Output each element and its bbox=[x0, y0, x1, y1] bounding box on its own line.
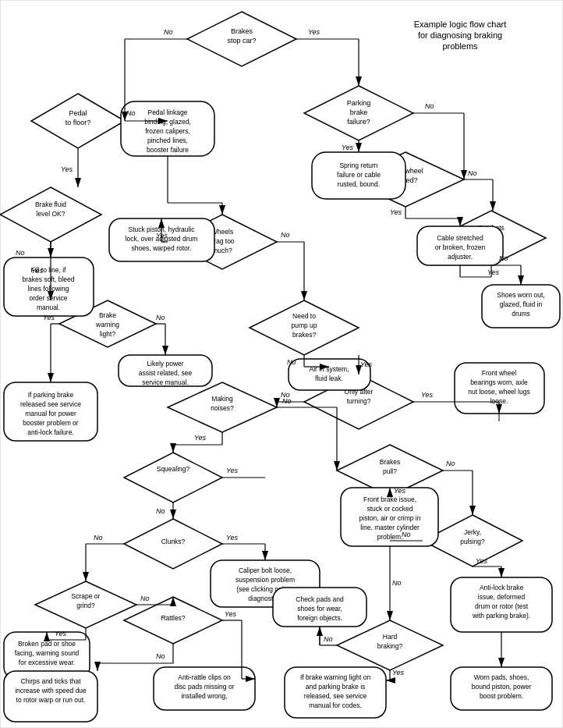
parking-brake-failure-label: Parking bbox=[347, 99, 371, 107]
yes-label-wheelsdrag: Yes bbox=[156, 232, 168, 240]
yes-label-needpump: Yes bbox=[360, 360, 373, 368]
pedal-linkage-text3: frozen calipers, bbox=[145, 127, 190, 135]
making-noises-label: Making bbox=[211, 395, 233, 403]
no-label-scrape: No bbox=[140, 595, 150, 602]
front-brake-issue-text5: problem. bbox=[377, 533, 402, 541]
anti-lock-text1: Anti-lock brake bbox=[480, 584, 523, 591]
yes-label-onlyafter: Yes bbox=[421, 391, 434, 399]
anti-rattle-text2: disc pads missing or bbox=[174, 683, 234, 691]
worn-pads-text3: boost problem. bbox=[480, 692, 523, 700]
brakes-stop-car-label2: stop car? bbox=[227, 37, 256, 44]
chirps-ticks-text2: increase with speed due bbox=[15, 687, 87, 694]
rattles-label: Rattles? bbox=[161, 614, 185, 622]
broken-pad-text2: facing, warning sound bbox=[15, 649, 80, 657]
hard-braking-label2: braking? bbox=[377, 642, 403, 650]
need-pump-brakes-label3: brakes? bbox=[292, 331, 317, 339]
yes-label-hardbraking: Yes bbox=[392, 669, 405, 677]
clunks-label: Clunks? bbox=[161, 538, 186, 545]
fill-to-line-text4: order service bbox=[29, 294, 67, 302]
cable-stretched-text2: or broken, frozen bbox=[435, 243, 486, 251]
title: Example logic flow chart bbox=[414, 20, 507, 29]
worn-pads-text1: Worn pads, shoes, bbox=[474, 673, 529, 681]
hard-braking-label: Hard bbox=[383, 633, 398, 641]
brake-warning-light-label3: light? bbox=[100, 330, 116, 338]
front-brake-issue-text2: stuck or cocked bbox=[366, 505, 413, 513]
brakes-stop-car-label: Brakes bbox=[231, 27, 253, 35]
broken-pad-text3: for excessive wear. bbox=[19, 659, 75, 666]
if-parking-brake-text2: released see service bbox=[20, 400, 81, 408]
check-pads-text2: shoes for wear, bbox=[297, 605, 342, 613]
caliper-bolt-text2: suspension problem bbox=[235, 576, 295, 584]
yes-label-bwl: Yes bbox=[43, 314, 55, 321]
shoes-worn-text1: Shoes worn out, bbox=[497, 291, 544, 299]
yes-label-makingnoises: Yes bbox=[194, 434, 207, 442]
stuck-piston-text3: shoes, warped rotor. bbox=[131, 244, 191, 252]
brake-fluid-label: Brake fluid bbox=[35, 201, 66, 208]
no-label-squealing: No bbox=[156, 507, 165, 515]
squealing-label: Squealing? bbox=[157, 465, 190, 473]
no-label-2: No bbox=[126, 109, 136, 117]
yes-label-2: Yes bbox=[61, 165, 73, 173]
scrape-grind-label: Scrape or bbox=[72, 592, 101, 600]
pedal-to-floor-label2: to floor? bbox=[66, 119, 91, 126]
brake-warning-light-label2: warning bbox=[95, 321, 119, 328]
cable-stretched-text1: Cable stretched bbox=[437, 234, 483, 242]
jerky-pulsing-label2: pulsing? bbox=[460, 538, 485, 545]
brake-fluid-label2: level OK? bbox=[37, 210, 66, 218]
front-brake-issue-text3: piston, air or crimp in bbox=[359, 514, 421, 522]
brake-warning-codes-text3: released, see service bbox=[304, 692, 367, 700]
no-label-bwl: No bbox=[156, 314, 165, 321]
scrape-grind-label2: grind? bbox=[76, 602, 95, 609]
brake-warning-codes-text4: manual for codes. bbox=[309, 701, 362, 709]
if-parking-brake-text5: anti-lock failure. bbox=[27, 428, 74, 436]
no-label-rearwheel: No bbox=[468, 169, 477, 177]
brakes-pull-label2: pull? bbox=[383, 467, 397, 475]
no-label-rattles: No bbox=[156, 652, 165, 660]
pedal-linkage-text5: booster failure bbox=[147, 146, 189, 154]
air-in-system-text2: fluid leak. bbox=[315, 375, 343, 382]
fill-to-line-text5: manual. bbox=[37, 304, 60, 311]
no-label-wheelsdrag: No bbox=[281, 231, 290, 239]
no-label-jerky: No bbox=[402, 531, 411, 538]
if-parking-brake-text3: manual for power bbox=[25, 410, 76, 417]
if-parking-brake-text4: booster problem or bbox=[23, 419, 79, 427]
brakes-pull-label: Brakes bbox=[380, 458, 400, 466]
if-parking-brake-text1: If parking brake bbox=[28, 391, 74, 399]
title-line2: for diagnosing braking bbox=[418, 30, 502, 40]
jerky-pulsing-label: Jerky, bbox=[464, 528, 481, 536]
yes-label-squealing: Yes bbox=[226, 467, 239, 474]
yes-label-clunks: Yes bbox=[226, 534, 239, 542]
chirps-ticks-text3: to rotor warp or run out. bbox=[16, 696, 86, 704]
power-assist-text3: service manual. bbox=[142, 378, 189, 386]
yes-label-3: Yes bbox=[31, 267, 44, 275]
power-assist-text2: assist related, see bbox=[139, 369, 193, 377]
no-label-makingnoises: No bbox=[282, 397, 292, 405]
yes-label-parking: Yes bbox=[342, 144, 354, 151]
title-line3: problems bbox=[442, 41, 478, 51]
no-label-parking: No bbox=[425, 102, 434, 110]
no-label-fill: No bbox=[16, 249, 25, 257]
only-after-turning-label2: turning? bbox=[347, 397, 371, 405]
yes-label-brakespull: Yes bbox=[394, 487, 406, 495]
power-assist-text1: Likely power bbox=[147, 360, 183, 368]
check-pads-text3: foreign objects. bbox=[297, 614, 342, 622]
yes-label-1: Yes bbox=[308, 28, 320, 36]
pedal-linkage-text1: Pedal linkage bbox=[147, 108, 187, 116]
making-noises-label2: noises? bbox=[211, 404, 234, 412]
chirps-ticks-text1: Chirps and ticks that bbox=[20, 677, 81, 685]
anti-lock-text4: with parking brake). bbox=[472, 612, 530, 620]
brake-warning-light-label: Brake bbox=[99, 311, 116, 319]
parking-brake-failure-label2: brake bbox=[350, 108, 368, 116]
parking-brake-failure-label3: failure? bbox=[347, 118, 370, 126]
need-pump-brakes-label2: pump up bbox=[291, 321, 317, 329]
front-wheel-bearings-text3: nut loose, wheel lugs bbox=[468, 388, 529, 396]
pedal-linkage-text2: binding, glazed, bbox=[144, 118, 191, 126]
brake-warning-codes-text1: If brake warning light on bbox=[300, 673, 371, 681]
worn-pads-text2: bound piston, power bbox=[472, 683, 532, 691]
spring-return-text1: Spring return bbox=[339, 162, 377, 169]
yes-label-rearwheel: Yes bbox=[390, 208, 402, 216]
shoes-worn-text3: drums bbox=[512, 310, 530, 318]
anti-rattle-text1: Anti-rattle clips on bbox=[178, 673, 231, 681]
anti-rattle-text3: installed wrong, bbox=[181, 692, 227, 700]
spring-return-text3: rusted, bound. bbox=[338, 180, 380, 188]
